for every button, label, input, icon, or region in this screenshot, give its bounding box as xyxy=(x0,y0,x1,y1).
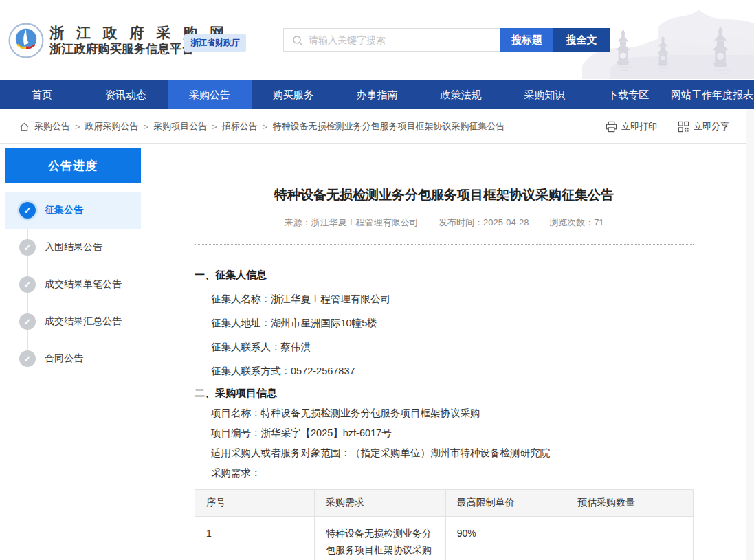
procurement-demand-label: 采购需求： xyxy=(195,466,694,480)
col-header-seq: 序号 xyxy=(195,490,315,517)
project-name: 项目名称：特种设备无损检测业务分包服务项目框架协议采购 xyxy=(195,406,694,420)
step-collection-notice[interactable]: ✓ 征集公告 xyxy=(5,192,141,229)
progress-sidebar: 公告进度 ✓ 征集公告 ✓ 入围结果公告 ✓ 成交结果单笔公告 ✓ 成交结果汇总… xyxy=(5,144,142,560)
article-publish-date: 发布时间：2025-04-28 xyxy=(439,217,529,227)
step-label: 成交结果单笔公告 xyxy=(45,278,122,291)
article-panel: 特种设备无损检测业务分包服务项目框架协议采购征集公告 来源：浙江华夏工程管理有限… xyxy=(142,144,746,560)
sidebar-title: 公告进度 xyxy=(5,148,141,183)
nav-item-annual-report[interactable]: 网站工作年度报表 xyxy=(670,80,754,109)
print-label: 立即打印 xyxy=(621,120,657,133)
step-contract-notice[interactable]: ✓ 合同公告 xyxy=(5,340,141,377)
table-header-row: 序号 采购需求 最高限制单价 预估采购数量 xyxy=(195,490,694,517)
nav-item-home[interactable]: 首页 xyxy=(0,80,84,109)
breadcrumb-separator: > xyxy=(75,122,80,132)
article-source: 来源：浙江华夏工程管理有限公司 xyxy=(284,217,418,227)
share-label: 立即分享 xyxy=(694,120,729,133)
breadcrumb-separator: > xyxy=(144,122,149,132)
nav-item-policies[interactable]: 政策法规 xyxy=(419,80,502,109)
page: 浙 江 政 府 采 购 网 浙江政府购买服务信息平台 浙江省财政厅 搜标题 搜全… xyxy=(0,0,754,560)
collector-contact-person: 征集人联系人：蔡伟洪 xyxy=(195,340,694,354)
breadcrumb-link[interactable]: 采购公告 xyxy=(34,120,70,133)
step-shortlist-result[interactable]: ✓ 入围结果公告 xyxy=(5,229,141,266)
page-tools: 立即打印 立即分享 xyxy=(606,109,729,144)
article-meta: 来源：浙江华夏工程管理有限公司 发布时间：2025-04-28 浏览次数：71 xyxy=(195,216,694,229)
col-header-max-price: 最高限制单价 xyxy=(445,490,566,517)
step-deal-summary-result[interactable]: ✓ 成交结果汇总公告 xyxy=(5,303,141,340)
article-view-count: 浏览次数：71 xyxy=(549,217,603,227)
logo-emblem-icon xyxy=(8,23,44,58)
cell-est-quantity xyxy=(566,517,694,560)
print-button[interactable]: 立即打印 xyxy=(606,120,657,133)
nav-item-procurement-notices[interactable]: 采购公告 xyxy=(168,80,252,109)
scrollbar-track[interactable] xyxy=(746,109,754,560)
col-header-demand: 采购需求 xyxy=(315,490,446,517)
breadcrumb: 采购公告 > 政府采购公告 > 采购项目公告 > 招标公告 > 特种设备无损检测… xyxy=(19,109,504,144)
breadcrumb-bar: 采购公告 > 政府采购公告 > 采购项目公告 > 招标公告 > 特种设备无损检测… xyxy=(0,109,746,144)
collector-contact-phone: 征集人联系方式：0572-2567837 xyxy=(195,364,694,378)
dotted-divider xyxy=(195,244,694,245)
article-title: 特种设备无损检测业务分包服务项目框架协议采购征集公告 xyxy=(195,186,694,204)
collector-name: 征集人名称：浙江华夏工程管理有限公司 xyxy=(195,292,694,306)
breadcrumb-separator: > xyxy=(263,122,268,132)
search-bar: 搜标题 搜全文 xyxy=(283,28,610,52)
table-row: 1 特种设备无损检测业务分包服务项目框架协议采购 90% xyxy=(195,517,694,560)
search-box xyxy=(283,28,500,52)
check-icon: ✓ xyxy=(24,280,32,290)
section-project-info: 二、采购项目信息 项目名称：特种设备无损检测业务分包服务项目框架协议采购 项目编… xyxy=(195,386,694,560)
search-fulltext-button[interactable]: 搜全文 xyxy=(553,28,610,52)
project-number: 项目编号：浙华采字【2025】hzf-6017号 xyxy=(195,426,694,440)
nav-item-service-guide[interactable]: 办事指南 xyxy=(335,80,419,109)
home-icon[interactable] xyxy=(19,122,30,132)
step-label: 成交结果汇总公告 xyxy=(45,315,122,328)
nav-item-downloads[interactable]: 下载专区 xyxy=(586,80,670,109)
cell-demand: 特种设备无损检测业务分包服务项目框架协议采购 xyxy=(315,517,446,560)
nav-item-news[interactable]: 资讯动态 xyxy=(84,80,168,109)
section-heading: 一、征集人信息 xyxy=(195,268,694,282)
section-heading: 二、采购项目信息 xyxy=(195,386,694,400)
breadcrumb-current: 特种设备无损检测业务分包服务项目框架协议采购征集公告 xyxy=(272,120,504,133)
check-icon: ✓ xyxy=(24,205,32,216)
step-label: 入围结果公告 xyxy=(45,241,102,254)
search-icon xyxy=(292,35,303,46)
check-icon: ✓ xyxy=(24,243,32,253)
cell-seq: 1 xyxy=(195,517,315,560)
nav-item-purchase-services[interactable]: 购买服务 xyxy=(252,80,335,109)
step-label: 合同公告 xyxy=(45,352,83,365)
collector-address: 征集人地址：湖州市星洲国际10幢5楼 xyxy=(195,316,694,330)
step-single-deal-result[interactable]: ✓ 成交结果单笔公告 xyxy=(5,266,141,303)
site-header: 浙 江 政 府 采 购 网 浙江政府购买服务信息平台 浙江省财政厅 搜标题 搜全… xyxy=(0,0,754,80)
procurement-demand-table: 序号 采购需求 最高限制单价 预估采购数量 1 特种设备无损检测业务分包服务项目… xyxy=(195,489,694,560)
qr-code-icon xyxy=(678,121,689,133)
check-icon: ✓ xyxy=(24,354,32,364)
printer-icon xyxy=(606,121,617,133)
finance-dept-badge: 浙江省财政厅 xyxy=(184,34,246,52)
breadcrumb-link[interactable]: 政府采购公告 xyxy=(85,120,139,133)
search-input[interactable] xyxy=(284,29,500,51)
breadcrumb-separator: > xyxy=(212,122,217,132)
breadcrumb-link[interactable]: 采购项目公告 xyxy=(153,120,207,133)
nav-item-knowledge[interactable]: 采购知识 xyxy=(502,80,586,109)
main-nav: 首页 资讯动态 采购公告 购买服务 办事指南 政策法规 采购知识 下载专区 网站… xyxy=(0,80,754,109)
step-label: 征集公告 xyxy=(45,204,83,216)
search-title-button[interactable]: 搜标题 xyxy=(500,28,553,52)
cell-max-price: 90% xyxy=(445,517,566,560)
share-button[interactable]: 立即分享 xyxy=(678,120,729,133)
applicable-scope: 适用采购人或者服务对象范围：（指定采购单位）湖州市特种设备检测研究院 xyxy=(195,446,694,460)
section-collector-info: 一、征集人信息 征集人名称：浙江华夏工程管理有限公司 征集人地址：湖州市星洲国际… xyxy=(195,268,694,378)
breadcrumb-link[interactable]: 招标公告 xyxy=(222,120,258,133)
progress-steps: ✓ 征集公告 ✓ 入围结果公告 ✓ 成交结果单笔公告 ✓ 成交结果汇总公告 ✓ … xyxy=(5,192,141,377)
col-header-est-quantity: 预估采购数量 xyxy=(566,490,694,517)
check-icon: ✓ xyxy=(24,317,32,327)
